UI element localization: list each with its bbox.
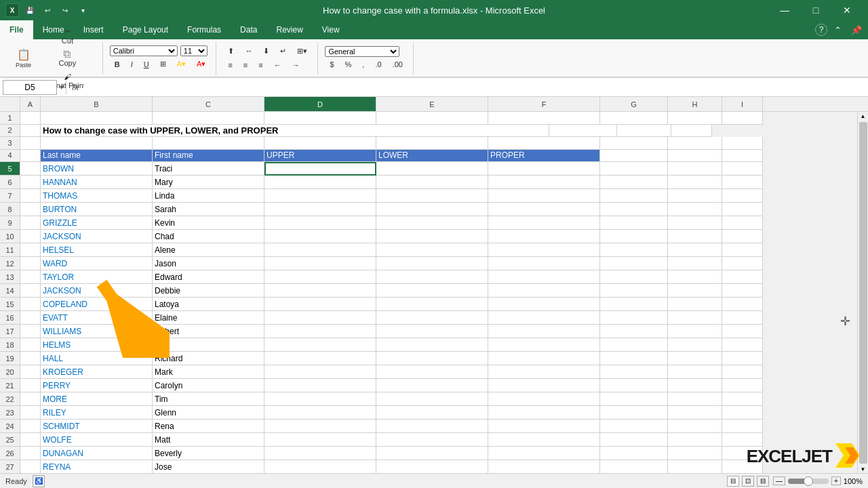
cell-h3[interactable] <box>668 137 722 150</box>
cell-f6[interactable] <box>488 176 600 189</box>
col-header-d[interactable]: D <box>264 97 376 111</box>
cell-b26[interactable]: DUNAGAN <box>41 447 153 460</box>
cell-b14[interactable]: JACKSON <box>41 284 153 298</box>
cell-c23[interactable]: Glenn <box>153 406 264 420</box>
col-header-f[interactable]: F <box>488 97 600 111</box>
cell-d18[interactable] <box>264 338 376 352</box>
cell-c19[interactable]: Richard <box>153 352 264 365</box>
cell-c7[interactable]: Linda <box>153 189 264 203</box>
cell-g15[interactable] <box>600 298 668 311</box>
cell-f7[interactable] <box>488 189 600 203</box>
cell-d12[interactable] <box>264 257 376 270</box>
cell-h23[interactable] <box>668 406 722 420</box>
tab-view[interactable]: View <box>313 20 349 39</box>
cell-a16[interactable] <box>20 311 41 325</box>
cell-h24[interactable] <box>668 420 722 433</box>
cell-i18[interactable] <box>722 338 763 352</box>
cell-b6[interactable]: HANNAN <box>41 176 153 189</box>
comma-btn[interactable]: , <box>357 58 369 70</box>
cell-h13[interactable] <box>668 270 722 284</box>
save-qat-btn[interactable]: 💾 <box>23 3 37 17</box>
cell-f9[interactable] <box>488 216 600 230</box>
cell-f25[interactable] <box>488 433 600 447</box>
accessibility-btn[interactable]: ♿ <box>33 475 45 487</box>
col-header-h[interactable]: H <box>668 97 722 111</box>
cell-b23[interactable]: RILEY <box>41 406 153 420</box>
cell-h5[interactable] <box>668 162 722 176</box>
cell-h12[interactable] <box>668 257 722 270</box>
cell-a13[interactable] <box>20 270 41 284</box>
cell-i14[interactable] <box>722 284 763 298</box>
cell-a4[interactable] <box>20 150 41 163</box>
tab-formulas[interactable]: Formulas <box>178 20 231 39</box>
font-family-select[interactable]: Calibri <box>110 45 178 56</box>
cell-h2[interactable] <box>617 125 671 138</box>
tab-review[interactable]: Review <box>267 20 312 39</box>
cell-g1[interactable] <box>600 112 668 125</box>
cell-a24[interactable] <box>20 420 41 433</box>
cell-a12[interactable] <box>20 257 41 270</box>
align-middle-btn[interactable]: ↔ <box>240 45 257 58</box>
cell-d25[interactable] <box>264 433 376 447</box>
cell-e4[interactable]: LOWER <box>376 150 488 163</box>
cell-a2[interactable] <box>20 125 41 138</box>
cell-h11[interactable] <box>668 243 722 257</box>
cell-i5[interactable] <box>722 162 763 176</box>
cell-h25[interactable] <box>668 433 722 447</box>
cell-g25[interactable] <box>600 433 668 447</box>
cell-a1[interactable] <box>20 112 41 125</box>
cell-d27[interactable] <box>264 460 376 474</box>
cell-b7[interactable]: THOMAS <box>41 189 153 203</box>
cell-b10[interactable]: JACKSON <box>41 230 153 243</box>
cell-d17[interactable] <box>264 325 376 338</box>
cell-e23[interactable] <box>376 406 488 420</box>
cell-i8[interactable] <box>722 203 763 216</box>
cell-g7[interactable] <box>600 189 668 203</box>
cell-c16[interactable]: Elaine <box>153 311 264 325</box>
page-break-view-btn[interactable]: ⊟ <box>757 476 769 487</box>
align-right-btn[interactable]: ≡ <box>254 59 267 71</box>
cell-a26[interactable] <box>20 447 41 460</box>
col-header-g[interactable]: G <box>600 97 668 111</box>
cell-g2[interactable] <box>549 125 617 138</box>
fill-color-btn[interactable]: A▾ <box>172 58 191 70</box>
cell-e8[interactable] <box>376 203 488 216</box>
cell-a10[interactable] <box>20 230 41 243</box>
cell-g22[interactable] <box>600 392 668 406</box>
normal-view-btn[interactable]: ⊟ <box>727 476 739 487</box>
cell-a6[interactable] <box>20 176 41 189</box>
cell-e20[interactable] <box>376 365 488 379</box>
cell-h14[interactable] <box>668 284 722 298</box>
cell-g26[interactable] <box>600 447 668 460</box>
percent-btn[interactable]: % <box>340 58 357 70</box>
merge-btn[interactable]: ⊞▾ <box>292 45 312 58</box>
align-center-btn[interactable]: ≡ <box>239 59 252 71</box>
copy-btn[interactable]: ⿻ Copy <box>38 48 97 69</box>
cell-f8[interactable] <box>488 203 600 216</box>
cell-b18[interactable]: HELMS <box>41 338 153 352</box>
number-format-select[interactable]: General <box>325 46 399 57</box>
italic-btn[interactable]: I <box>126 58 138 70</box>
cell-i1[interactable] <box>722 112 763 125</box>
cell-f16[interactable] <box>488 311 600 325</box>
ribbon-minimize-btn[interactable]: ⌃ <box>829 21 846 39</box>
wrap-text-btn[interactable]: ↵ <box>275 45 291 58</box>
cell-f21[interactable] <box>488 379 600 392</box>
cell-d13[interactable] <box>264 270 376 284</box>
cell-i10[interactable] <box>722 230 763 243</box>
cell-i11[interactable] <box>722 243 763 257</box>
cell-c22[interactable]: Tim <box>153 392 264 406</box>
cell-e5[interactable] <box>376 162 488 176</box>
cell-c8[interactable]: Sarah <box>153 203 264 216</box>
cell-h6[interactable] <box>668 176 722 189</box>
cell-f27[interactable] <box>488 460 600 474</box>
cell-e22[interactable] <box>376 392 488 406</box>
cell-d5[interactable] <box>264 162 376 176</box>
cell-d21[interactable] <box>264 379 376 392</box>
cell-g5[interactable] <box>600 162 668 176</box>
cell-i9[interactable] <box>722 216 763 230</box>
cell-c6[interactable]: Mary <box>153 176 264 189</box>
cell-d3[interactable] <box>264 137 376 150</box>
cell-f19[interactable] <box>488 352 600 365</box>
cell-b8[interactable]: BURTON <box>41 203 153 216</box>
